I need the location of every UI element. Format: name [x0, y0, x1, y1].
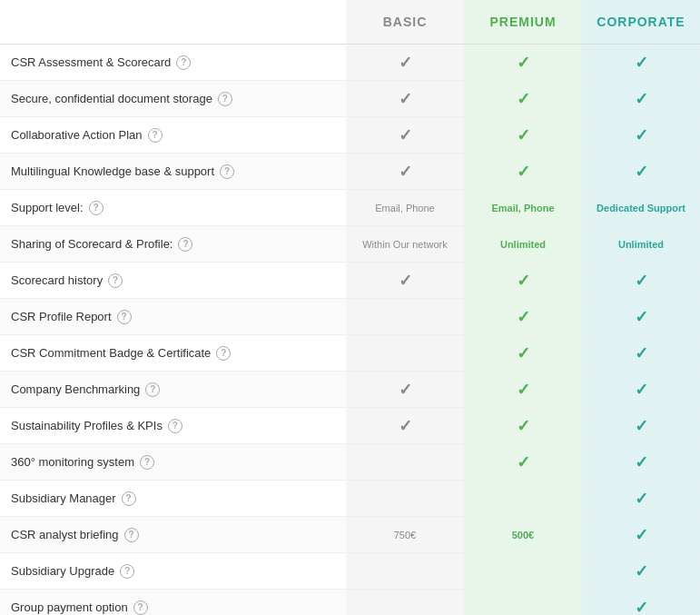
table-row: CSR Assessment & Scorecard?✓✓✓: [0, 45, 700, 81]
basic-value: ✓: [346, 408, 464, 443]
table-row: Sustainability Profiles & KPIs?✓✓✓: [0, 408, 700, 444]
basic-check-icon: ✓: [399, 53, 412, 73]
feature-label: Multilingual Knowledge base & support: [11, 164, 214, 178]
help-icon[interactable]: ?: [218, 92, 232, 106]
basic-value: [346, 335, 464, 371]
feature-label: Group payment option: [11, 600, 128, 614]
basic-check-icon: ✓: [399, 416, 412, 436]
feature-name: Support level:?: [0, 190, 346, 225]
premium-check-icon: ✓: [517, 452, 530, 472]
table-body: CSR Assessment & Scorecard?✓✓✓Secure, co…: [0, 45, 700, 615]
help-icon[interactable]: ?: [145, 382, 160, 397]
pricing-table: BASIC PREMIUM CORPORATE CSR Assessment &…: [0, 0, 700, 615]
premium-check-icon: ✓: [517, 307, 530, 327]
premium-check-icon: ✓: [517, 89, 530, 109]
header-basic: BASIC: [346, 0, 464, 44]
corporate-check-icon: ✓: [635, 53, 648, 73]
basic-value: [346, 590, 464, 615]
corporate-check-icon: ✓: [635, 489, 648, 509]
corporate-value: ✓: [582, 81, 700, 116]
help-icon[interactable]: ?: [122, 491, 136, 506]
premium-check-icon: ✓: [517, 271, 530, 291]
feature-name: CSR Assessment & Scorecard?: [0, 45, 346, 80]
corporate-value: ✓: [582, 335, 700, 371]
table-header: BASIC PREMIUM CORPORATE: [0, 0, 700, 45]
help-icon[interactable]: ?: [117, 310, 132, 324]
corporate-value: ✓: [582, 444, 700, 480]
premium-text-value: 500€: [512, 530, 534, 541]
corporate-check-icon: ✓: [635, 416, 648, 436]
corporate-value: ✓: [582, 299, 700, 334]
corporate-check-icon: ✓: [635, 561, 648, 581]
basic-check-icon: ✓: [399, 271, 412, 291]
basic-value: Within Our network: [346, 226, 464, 262]
help-icon[interactable]: ?: [148, 128, 163, 143]
help-icon[interactable]: ?: [108, 273, 123, 288]
help-icon[interactable]: ?: [89, 201, 104, 215]
table-row: Scorecard history?✓✓✓: [0, 263, 700, 299]
table-row: Subsidiary Upgrade?✓: [0, 553, 700, 590]
basic-text-value: Within Our network: [362, 239, 448, 250]
feature-name: Subsidiary Upgrade?: [0, 553, 346, 589]
corporate-value: ✓: [582, 45, 700, 80]
basic-text-value: Email, Phone: [375, 203, 434, 213]
basic-value: ✓: [346, 372, 464, 407]
help-icon[interactable]: ?: [178, 237, 192, 252]
feature-name: CSR analyst briefing?: [0, 517, 346, 552]
premium-check-icon: ✓: [517, 416, 530, 436]
help-icon[interactable]: ?: [220, 164, 234, 179]
feature-label: Sustainability Profiles & KPIs: [11, 419, 163, 432]
premium-text-value: Email, Phone: [491, 203, 554, 213]
help-icon[interactable]: ?: [124, 528, 139, 542]
corporate-text-value: Unlimited: [618, 239, 664, 250]
corporate-check-icon: ✓: [635, 125, 648, 145]
corporate-check-icon: ✓: [635, 452, 648, 472]
basic-value: [346, 481, 464, 516]
help-icon[interactable]: ?: [133, 600, 148, 615]
corporate-check-icon: ✓: [635, 307, 648, 327]
header-empty: [0, 0, 346, 44]
help-icon[interactable]: ?: [216, 346, 231, 361]
table-row: Company Benchmarking?✓✓✓: [0, 372, 700, 408]
basic-check-icon: ✓: [399, 125, 412, 145]
feature-name: Secure, confidential document storage?: [0, 81, 346, 116]
basic-check-icon: ✓: [399, 89, 412, 109]
premium-value: ✓: [464, 408, 582, 443]
feature-name: Sustainability Profiles & KPIs?: [0, 408, 346, 443]
premium-value: ✓: [464, 45, 582, 80]
table-row: Multilingual Knowledge base & support?✓✓…: [0, 154, 700, 190]
help-icon[interactable]: ?: [168, 419, 182, 433]
corporate-value: ✓: [582, 590, 700, 615]
table-row: CSR analyst briefing?750€500€✓: [0, 517, 700, 553]
corporate-check-icon: ✓: [635, 598, 648, 616]
corporate-check-icon: ✓: [635, 343, 648, 363]
table-row: Group payment option?✓: [0, 590, 700, 615]
corporate-check-icon: ✓: [635, 89, 648, 109]
feature-name: CSR Profile Report?: [0, 299, 346, 334]
feature-label: Subsidiary Manager: [11, 491, 116, 505]
basic-value: ✓: [346, 45, 464, 80]
basic-value: [346, 299, 464, 334]
premium-check-icon: ✓: [517, 162, 530, 182]
feature-label: Support level:: [11, 201, 84, 214]
help-icon[interactable]: ?: [176, 55, 191, 70]
feature-label: Scorecard history: [11, 273, 103, 287]
premium-value: Email, Phone: [464, 190, 582, 225]
table-row: CSR Commitment Badge & Certificate?✓✓: [0, 335, 700, 372]
premium-text-value: Unlimited: [500, 239, 546, 250]
premium-value: ✓: [464, 81, 582, 116]
table-row: 360° monitoring system?✓✓: [0, 444, 700, 481]
table-row: Support level:?Email, PhoneEmail, PhoneD…: [0, 190, 700, 226]
premium-value: Unlimited: [464, 226, 582, 262]
help-icon[interactable]: ?: [120, 564, 134, 579]
help-icon[interactable]: ?: [140, 455, 154, 470]
premium-value: ✓: [464, 372, 582, 407]
corporate-check-icon: ✓: [635, 162, 648, 182]
corporate-check-icon: ✓: [635, 271, 648, 291]
basic-value: ✓: [346, 263, 464, 298]
table-row: Subsidiary Manager?✓: [0, 481, 700, 517]
basic-value: 750€: [346, 517, 464, 552]
feature-label: Secure, confidential document storage: [11, 92, 212, 105]
corporate-value: Dedicated Support: [582, 190, 700, 225]
premium-value: ✓: [464, 444, 582, 480]
